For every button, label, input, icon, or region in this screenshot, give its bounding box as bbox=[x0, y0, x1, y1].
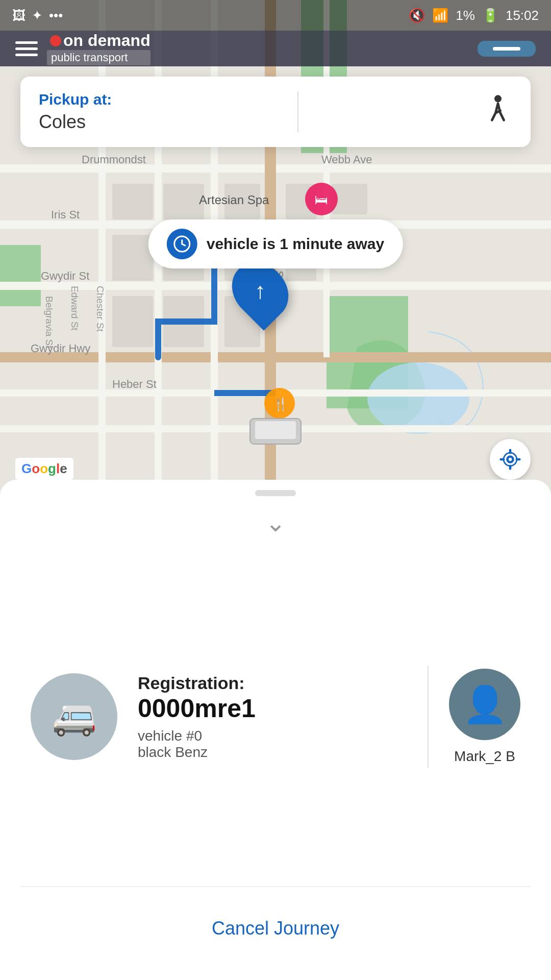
driver-avatar: 👤 bbox=[449, 669, 520, 740]
cancel-journey-button[interactable]: Cancel Journey bbox=[181, 908, 370, 949]
google-watermark: Google bbox=[15, 458, 73, 480]
panel-handle bbox=[255, 490, 296, 496]
registration-label: Registration: bbox=[138, 673, 407, 693]
app-header: on demand public transport bbox=[0, 31, 551, 66]
panel-vertical-divider bbox=[428, 666, 429, 768]
map-pin-vehicle: ↑ bbox=[235, 260, 286, 322]
svg-text:Gwydir Hwy: Gwydir Hwy bbox=[31, 342, 90, 355]
svg-text:Drummondst: Drummondst bbox=[82, 153, 146, 166]
vehicle-number: vehicle #0 bbox=[138, 728, 407, 744]
walk-icon bbox=[484, 94, 512, 130]
svg-text:Artesian Spa: Artesian Spa bbox=[199, 193, 269, 207]
driver-name: Mark_2 B bbox=[454, 748, 515, 765]
pickup-location-name: Coles bbox=[39, 111, 112, 133]
driver-info-area: 👤 Mark_2 B bbox=[449, 669, 520, 765]
bottom-panel: ⌄ 🚐 Registration: 0000mre1 vehicle #0 bl… bbox=[0, 480, 551, 980]
photo-icon: 🖼 bbox=[12, 8, 26, 23]
clock-icon bbox=[167, 229, 197, 259]
svg-point-50 bbox=[504, 453, 517, 466]
vehicle-text-details: Registration: 0000mre1 vehicle #0 black … bbox=[138, 673, 407, 761]
wifi-icon: ✦ bbox=[32, 8, 43, 23]
car-icon: 🚐 bbox=[52, 696, 96, 738]
svg-text:Iris St: Iris St bbox=[51, 208, 80, 221]
chevron-down-icon[interactable]: ⌄ bbox=[265, 508, 286, 537]
driver-person-icon: 👤 bbox=[463, 683, 507, 725]
vehicle-status-bubble: vehicle is 1 minute away bbox=[148, 219, 403, 268]
vehicle-details-area: 🚐 Registration: 0000mre1 vehicle #0 blac… bbox=[31, 673, 407, 761]
svg-text:🍴: 🍴 bbox=[273, 397, 288, 411]
pickup-info: Pickup at: Coles bbox=[39, 91, 112, 133]
hamburger-menu-button[interactable] bbox=[15, 41, 38, 56]
svg-rect-27 bbox=[112, 296, 153, 347]
svg-text:Belgravia St: Belgravia St bbox=[44, 296, 55, 349]
svg-text:Heber St: Heber St bbox=[112, 378, 157, 390]
pickup-divider bbox=[297, 91, 298, 132]
signal-icon: 📶 bbox=[432, 8, 448, 23]
mute-icon: 🔇 bbox=[409, 8, 425, 23]
battery-icon: 🔋 bbox=[482, 8, 498, 23]
more-icon: ••• bbox=[49, 8, 63, 23]
svg-point-4 bbox=[367, 362, 469, 434]
svg-text:Webb Ave: Webb Ave bbox=[321, 153, 372, 166]
svg-rect-43 bbox=[255, 421, 296, 439]
svg-text:🛏: 🛏 bbox=[315, 192, 328, 207]
my-location-button[interactable] bbox=[490, 439, 531, 480]
svg-rect-2 bbox=[0, 245, 41, 306]
svg-rect-25 bbox=[112, 235, 153, 281]
svg-point-47 bbox=[494, 95, 502, 102]
google-g: G bbox=[21, 461, 32, 476]
panel-vehicle-info: 🚐 Registration: 0000mre1 vehicle #0 blac… bbox=[0, 537, 551, 886]
status-bar-right: 🔇 📶 1% 🔋 15:02 bbox=[409, 8, 539, 23]
svg-point-49 bbox=[508, 457, 513, 462]
registration-number: 0000mre1 bbox=[138, 693, 407, 724]
vehicle-avatar: 🚐 bbox=[31, 673, 117, 760]
svg-rect-24 bbox=[163, 184, 204, 219]
logo-dot bbox=[50, 35, 61, 46]
header-menu-button[interactable] bbox=[478, 41, 536, 57]
time-display: 15:02 bbox=[506, 8, 539, 23]
svg-text:Chester St: Chester St bbox=[95, 286, 106, 332]
battery-text: 1% bbox=[456, 8, 475, 23]
pickup-card: Pickup at: Coles bbox=[20, 77, 531, 147]
svg-rect-23 bbox=[112, 184, 153, 219]
svg-text:Edward St: Edward St bbox=[69, 286, 80, 331]
status-bar: 🖼 ✦ ••• 🔇 📶 1% 🔋 15:02 bbox=[0, 0, 551, 31]
logo-title: on demand bbox=[63, 32, 151, 50]
svg-text:Gwydir St: Gwydir St bbox=[41, 270, 89, 282]
logo-area: on demand public transport bbox=[15, 32, 151, 65]
vehicle-status-text: vehicle is 1 minute away bbox=[207, 235, 385, 253]
pickup-label: Pickup at: bbox=[39, 91, 112, 108]
arrow-up-icon: ↑ bbox=[255, 278, 266, 304]
cancel-button-area: Cancel Journey bbox=[0, 887, 551, 980]
logo-subtitle: public transport bbox=[47, 50, 151, 65]
status-bar-left: 🖼 ✦ ••• bbox=[12, 8, 63, 23]
vehicle-model: black Benz bbox=[138, 744, 407, 761]
